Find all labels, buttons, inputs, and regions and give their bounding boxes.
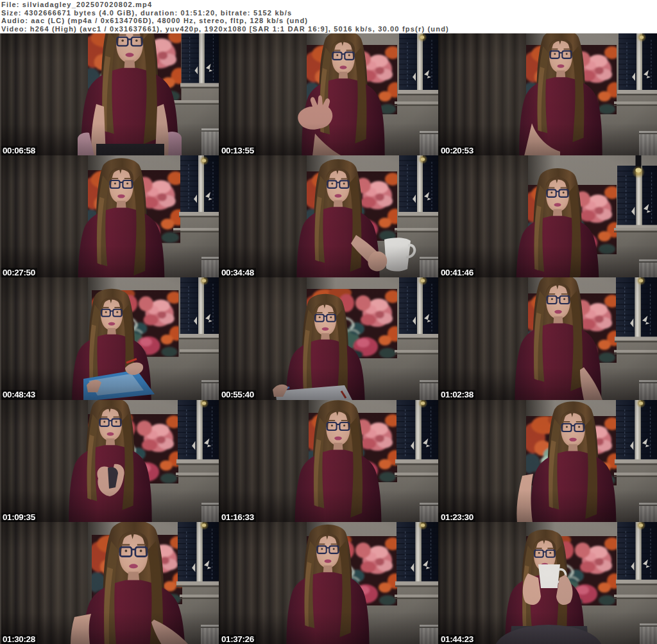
svg-text:00:34:48: 00:34:48: [221, 268, 255, 277]
svg-text:01:16:33: 01:16:33: [221, 512, 255, 522]
svg-text:00:27:50: 00:27:50: [3, 268, 35, 277]
svg-text:01:23:30: 01:23:30: [441, 512, 474, 522]
svg-text:01:37:26: 01:37:26: [221, 634, 255, 644]
svg-text:01:44:23: 01:44:23: [441, 634, 474, 644]
svg-text:00:48:43: 00:48:43: [3, 390, 36, 399]
svg-text:01:30:28: 01:30:28: [3, 634, 36, 644]
svg-text:00:55:40: 00:55:40: [221, 390, 254, 399]
svg-text:00:20:53: 00:20:53: [441, 146, 474, 155]
svg-text:01:02:38: 01:02:38: [441, 390, 474, 399]
svg-text:00:06:58: 00:06:58: [3, 146, 36, 155]
svg-text:01:09:35: 01:09:35: [3, 512, 36, 522]
svg-text:00:41:46: 00:41:46: [441, 268, 474, 277]
svg-text:00:13:55: 00:13:55: [221, 146, 255, 155]
